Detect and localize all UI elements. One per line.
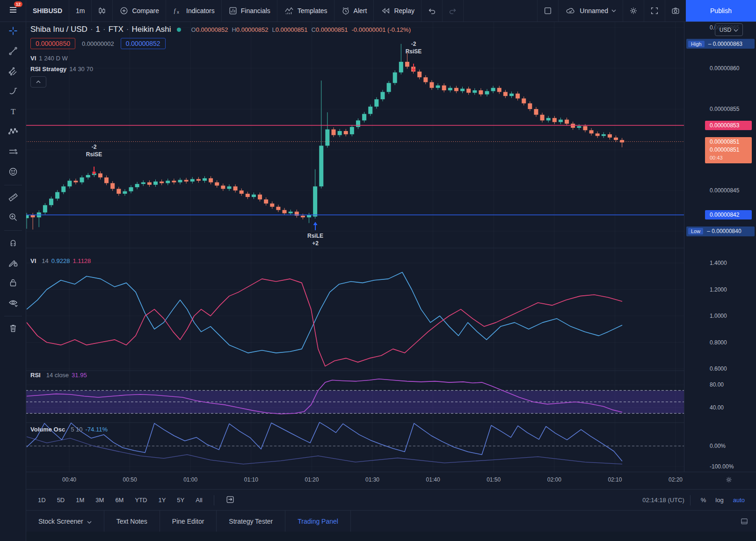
volume-osc-line [27, 422, 622, 461]
tab-trading-panel[interactable]: Trading Panel [285, 511, 351, 532]
toolbar-replay-button[interactable]: Replay [373, 0, 421, 22]
toolbar-settings-button[interactable] [623, 0, 644, 22]
toolbar-alert-button[interactable]: Alert [334, 0, 374, 22]
osc-tick: 0.00% [710, 443, 726, 449]
bottom-toolbar: 1D5D1M3M6MYTD1Y5YAll 02:14:18 (UTC) % lo… [26, 489, 756, 511]
price-axis[interactable]: 0.000008650.000008600.000008550.00000845… [684, 22, 756, 472]
toolbar-chart-style-button[interactable] [91, 0, 112, 22]
low-price-label: Low‒ 0.00000840 [686, 227, 755, 236]
price-tick: 0.00000860 [710, 65, 739, 72]
toolbar-compare-button[interactable]: Compare [112, 0, 166, 22]
log-scale-toggle[interactable]: log [711, 495, 728, 505]
time-label: 00:40 [62, 476, 76, 483]
collapse-legend-button[interactable] [30, 76, 46, 88]
svg-text:RsiSE: RsiSE [406, 48, 422, 55]
bid-price-label[interactable]: 0.00000842 [705, 210, 752, 219]
eye-icon [8, 298, 18, 310]
toolbar-interval-button[interactable]: 1m [69, 0, 91, 22]
sidebar-tool-pattern[interactable] [4, 122, 22, 142]
range-6m[interactable]: 6M [110, 494, 128, 506]
tab-text-notes[interactable]: Text Notes [104, 511, 160, 532]
sidebar-tool-crosshair[interactable] [4, 22, 22, 42]
range-5y[interactable]: 5Y [172, 494, 189, 506]
goto-date-button[interactable] [221, 492, 240, 508]
alert-price-label[interactable]: 0.00000853 [705, 121, 752, 130]
buy-price-button[interactable]: 0.00000852 [121, 38, 166, 49]
clock-utc[interactable]: 02:14:18 (UTC) [642, 497, 684, 504]
publish-button[interactable]: Publish [686, 0, 756, 22]
volume-osc-slow-line [27, 437, 622, 464]
toolbar-redo-button[interactable] [442, 0, 463, 22]
range-1m[interactable]: 1M [71, 494, 89, 506]
toolbar-snapshot-button[interactable] [665, 0, 686, 22]
date-range-buttons: 1D5D1M3M6MYTD1Y5YAll [32, 494, 208, 506]
tab-pine-editor[interactable]: Pine Editor [160, 511, 217, 532]
sidebar-tool-ruler[interactable] [4, 188, 22, 208]
trash-icon [8, 323, 18, 335]
time-label: 01:10 [244, 476, 258, 483]
strategy-marker-RsiLE+2: RsiLE+2 [307, 222, 323, 247]
tab-stock-screener[interactable]: Stock Screener [26, 511, 104, 532]
toolbar-cloud-save-button[interactable]: Unnamed [558, 0, 623, 22]
time-axis[interactable]: 00:4000:5001:0001:1001:2001:3001:4001:50… [26, 472, 756, 490]
time-label: 01:00 [183, 476, 197, 483]
time-axis-settings-icon[interactable] [725, 476, 733, 485]
chart-area[interactable]: -2RsiSE-2RsiSERsiLE+2 Shiba Inu / USD · … [26, 22, 684, 472]
undo-icon [427, 6, 436, 15]
sidebar-tool-pitchfork[interactable] [4, 62, 22, 82]
percent-scale-toggle[interactable]: % [696, 495, 711, 505]
range-1y[interactable]: 1Y [153, 494, 170, 506]
chevron-down-icon [734, 27, 738, 33]
ruler-icon [8, 192, 18, 204]
toolbar-layout-button[interactable] [537, 0, 558, 22]
toolbar-compare-label: Compare [132, 7, 159, 15]
time-label: 02:10 [608, 476, 622, 483]
currency-dropdown[interactable]: USD [715, 23, 743, 36]
tab-strategy-tester[interactable]: Strategy Tester [217, 511, 285, 532]
hamburger-menu-button[interactable]: 12 [0, 0, 26, 22]
magnet-icon [8, 237, 18, 249]
sidebar-tool-forecast[interactable] [4, 142, 22, 162]
sidebar-tool-brush[interactable] [4, 82, 22, 102]
cloud-icon [565, 6, 576, 15]
chart-canvas[interactable]: -2RsiSE-2RsiSERsiLE+2 [26, 22, 684, 472]
range-5d[interactable]: 5D [52, 494, 70, 506]
candles-icon [97, 6, 107, 15]
range-all[interactable]: All [191, 494, 207, 506]
sidebar-tool-magnet[interactable] [4, 233, 22, 253]
fullscreen-icon [650, 6, 659, 15]
strategy-marker--2RsiSE: -2RsiSE [406, 41, 422, 72]
svg-text:-2: -2 [92, 144, 97, 150]
countdown: 00:43 [710, 154, 723, 162]
sidebar-tool-eye[interactable] [4, 293, 22, 314]
sidebar-tool-text[interactable]: T [4, 102, 22, 122]
toolbar-indicators-button[interactable]: fxIndicators [166, 0, 221, 22]
sidebar-tool-draw-lock[interactable] [4, 253, 22, 273]
toolbar-undo-button[interactable] [421, 0, 442, 22]
auto-scale-toggle[interactable]: auto [728, 495, 749, 505]
sidebar-tool-emoji[interactable] [4, 162, 22, 183]
toolbar-left-group: SHIBUSD1mComparefxIndicatorsFinancialsTe… [26, 0, 463, 22]
toolbar-fullscreen-button[interactable] [644, 0, 665, 22]
pitchfork-icon [8, 66, 18, 78]
range-1d[interactable]: 1D [33, 494, 51, 506]
sidebar-tool-trendline[interactable] [4, 42, 22, 62]
pattern-icon [8, 126, 18, 139]
sidebar-divider [4, 316, 22, 316]
notification-badge: 12 [14, 1, 22, 7]
panel-toggle-icon[interactable] [733, 511, 756, 532]
replay-icon [380, 6, 391, 15]
sidebar-tool-zoom[interactable] [4, 208, 22, 228]
time-label: 00:50 [123, 476, 137, 483]
toolbar-symbol-button[interactable]: SHIBUSD [26, 0, 69, 22]
text-icon: T [8, 106, 18, 118]
toolbar-financials-button[interactable]: Financials [221, 0, 277, 22]
vi-tick: 1.2000 [710, 286, 727, 293]
rsi-tick: 40.00 [710, 404, 724, 411]
toolbar-templates-button[interactable]: Templates [277, 0, 334, 22]
sidebar-tool-lock[interactable] [4, 273, 22, 293]
sidebar-tool-trash[interactable] [4, 319, 22, 339]
range-3m[interactable]: 3M [91, 494, 109, 506]
sell-price-button[interactable]: 0.00000850 [30, 38, 75, 49]
range-ytd[interactable]: YTD [130, 494, 152, 506]
